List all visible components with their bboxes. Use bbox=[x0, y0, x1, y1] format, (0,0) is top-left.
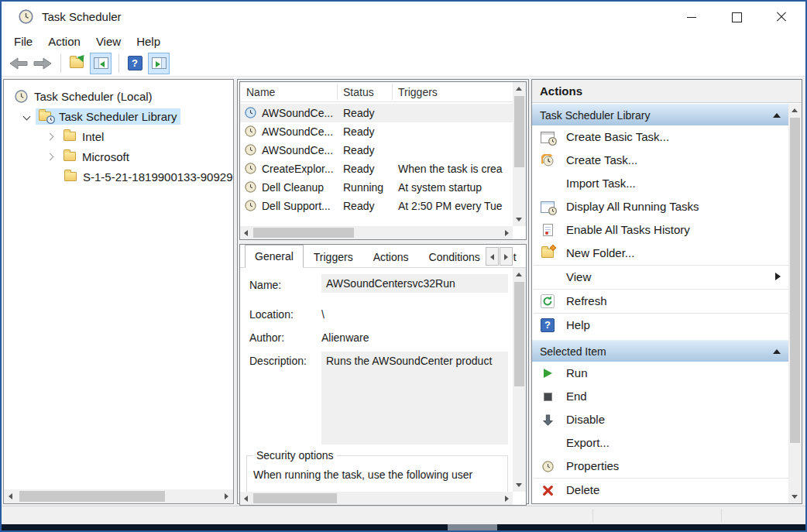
task-row[interactable]: AWSoundCe... Ready bbox=[240, 122, 513, 141]
toolbar bbox=[2, 50, 805, 77]
column-header-name[interactable]: Name bbox=[246, 86, 275, 98]
list-vertical-scrollbar[interactable] bbox=[513, 82, 526, 226]
menu-view[interactable]: View bbox=[88, 34, 129, 49]
task-list-pane: Name Status Triggers AWSoundCe... Ready … bbox=[239, 81, 527, 240]
action-create-task[interactable]: Create Task... bbox=[532, 149, 788, 172]
tab-scroll-left-button[interactable] bbox=[486, 247, 499, 266]
create-basic-task-icon bbox=[541, 132, 555, 143]
scroll-down-icon[interactable] bbox=[516, 483, 522, 487]
action-end[interactable]: End bbox=[532, 385, 788, 408]
menu-bar: File Action View Help bbox=[2, 33, 805, 50]
tab-general[interactable]: General bbox=[245, 245, 304, 268]
action-display-running-tasks[interactable]: Display All Running Tasks bbox=[532, 195, 788, 218]
action-export[interactable]: Export... bbox=[532, 431, 788, 455]
collapse-icon[interactable] bbox=[773, 113, 781, 118]
scrollbar-thumb[interactable] bbox=[514, 282, 524, 386]
actions-vertical-scrollbar[interactable] bbox=[788, 104, 802, 503]
folder-icon bbox=[64, 132, 76, 141]
tree-item-label: S-1-5-21-1819900133-90929704-1 bbox=[83, 170, 234, 184]
menu-help[interactable]: Help bbox=[129, 34, 168, 49]
chevron-down-icon[interactable] bbox=[23, 112, 31, 120]
task-row[interactable]: CreateExplor... Ready When the task is c… bbox=[240, 160, 513, 178]
action-enable-history[interactable]: Enable All Tasks History bbox=[532, 218, 788, 242]
scroll-left-icon[interactable] bbox=[244, 230, 248, 236]
chevron-right-icon[interactable] bbox=[46, 132, 54, 140]
display-running-tasks-icon bbox=[541, 201, 555, 213]
scroll-down-icon[interactable] bbox=[792, 495, 798, 499]
tree-item-label: Intel bbox=[82, 130, 104, 143]
detail-horizontal-scrollbar[interactable] bbox=[240, 492, 513, 505]
detail-vertical-scrollbar[interactable] bbox=[513, 268, 526, 492]
menu-action[interactable]: Action bbox=[40, 34, 88, 49]
tab-actions[interactable]: Actions bbox=[363, 245, 419, 268]
tree-horizontal-scrollbar[interactable] bbox=[4, 489, 233, 503]
action-disable[interactable]: Disable bbox=[532, 408, 788, 431]
help-toolbar-button[interactable] bbox=[124, 53, 146, 74]
scroll-down-icon[interactable] bbox=[516, 218, 522, 221]
action-view[interactable]: View bbox=[532, 266, 788, 289]
close-button[interactable] bbox=[759, 2, 804, 33]
export-list-button[interactable] bbox=[66, 53, 88, 74]
action-refresh[interactable]: Refresh bbox=[532, 290, 788, 313]
task-row[interactable]: AWSoundCe... Ready bbox=[240, 141, 513, 160]
scroll-left-icon[interactable] bbox=[9, 493, 12, 499]
scroll-left-icon[interactable] bbox=[244, 496, 248, 502]
security-options-group: Security options When running the task, … bbox=[246, 455, 508, 492]
column-header-triggers[interactable]: Triggers bbox=[398, 86, 438, 98]
tree-item-intel[interactable]: Intel bbox=[4, 126, 233, 146]
run-icon bbox=[544, 369, 552, 378]
tree-item-sid[interactable]: S-1-5-21-1819900133-90929704-1 bbox=[4, 166, 233, 187]
scroll-right-icon[interactable] bbox=[505, 230, 509, 236]
tree-item-microsoft[interactable]: Microsoft bbox=[4, 146, 233, 166]
tree-item-library[interactable]: Task Scheduler Library bbox=[4, 106, 233, 126]
column-header-status[interactable]: Status bbox=[343, 86, 374, 98]
author-label: Author: bbox=[249, 331, 284, 344]
toggle-action-pane-button[interactable] bbox=[148, 53, 170, 74]
scrollbar-thumb[interactable] bbox=[790, 118, 800, 443]
action-new-folder[interactable]: New Folder... bbox=[532, 242, 788, 265]
clock-icon bbox=[15, 90, 28, 103]
tab-triggers[interactable]: Triggers bbox=[304, 245, 363, 268]
chevron-right-icon[interactable] bbox=[46, 153, 54, 160]
tab-strip: General Triggers Actions Conditions Set bbox=[240, 245, 526, 268]
scrollbar-thumb[interactable] bbox=[253, 228, 354, 238]
scroll-right-icon[interactable] bbox=[505, 496, 509, 502]
collapse-icon[interactable] bbox=[773, 349, 781, 354]
tab-scroll-right-button[interactable] bbox=[500, 247, 513, 266]
scrollbar-thumb[interactable] bbox=[19, 491, 165, 502]
taskbar-fragment bbox=[448, 524, 497, 530]
action-delete[interactable]: Delete bbox=[532, 479, 788, 502]
scroll-up-icon[interactable] bbox=[792, 108, 798, 112]
tab-conditions[interactable]: Conditions bbox=[419, 245, 490, 268]
help-icon bbox=[541, 318, 555, 332]
task-row[interactable]: AWSoundCe... Ready bbox=[240, 104, 513, 122]
action-run[interactable]: Run bbox=[532, 362, 788, 385]
task-row[interactable]: Dell Cleanup Running At system startup bbox=[240, 178, 513, 197]
task-row[interactable]: Dell Support... Ready At 2:50 PM every T… bbox=[240, 197, 513, 215]
refresh-icon bbox=[539, 293, 556, 310]
action-help[interactable]: Help bbox=[532, 314, 788, 337]
menu-file[interactable]: File bbox=[6, 34, 40, 49]
clock-app-icon bbox=[19, 9, 33, 27]
back-button[interactable] bbox=[8, 53, 29, 74]
scrollbar-thumb[interactable] bbox=[253, 493, 337, 503]
tree-item-label: Microsoft bbox=[82, 150, 129, 163]
actions-section-library[interactable]: Task Scheduler Library bbox=[532, 104, 788, 125]
scroll-right-icon[interactable] bbox=[225, 493, 228, 499]
scroll-up-icon[interactable] bbox=[516, 87, 522, 91]
scrollbar-thumb[interactable] bbox=[514, 96, 524, 167]
action-import-task[interactable]: Import Task... bbox=[532, 172, 788, 195]
maximize-button[interactable] bbox=[714, 2, 759, 33]
scroll-left-icon bbox=[490, 254, 494, 260]
tree-item-root[interactable]: Task Scheduler (Local) bbox=[4, 86, 233, 106]
list-horizontal-scrollbar[interactable] bbox=[240, 226, 513, 239]
minimize-button[interactable] bbox=[669, 2, 714, 33]
export-list-icon bbox=[70, 58, 84, 68]
scroll-up-icon[interactable] bbox=[516, 273, 522, 276]
action-create-basic-task[interactable]: Create Basic Task... bbox=[532, 125, 788, 149]
section-header-label: Selected Item bbox=[540, 345, 606, 358]
toggle-console-tree-button[interactable] bbox=[90, 53, 112, 74]
action-properties[interactable]: Properties bbox=[532, 455, 788, 478]
forward-button[interactable] bbox=[32, 53, 53, 74]
actions-section-selected-item[interactable]: Selected Item bbox=[532, 340, 788, 362]
